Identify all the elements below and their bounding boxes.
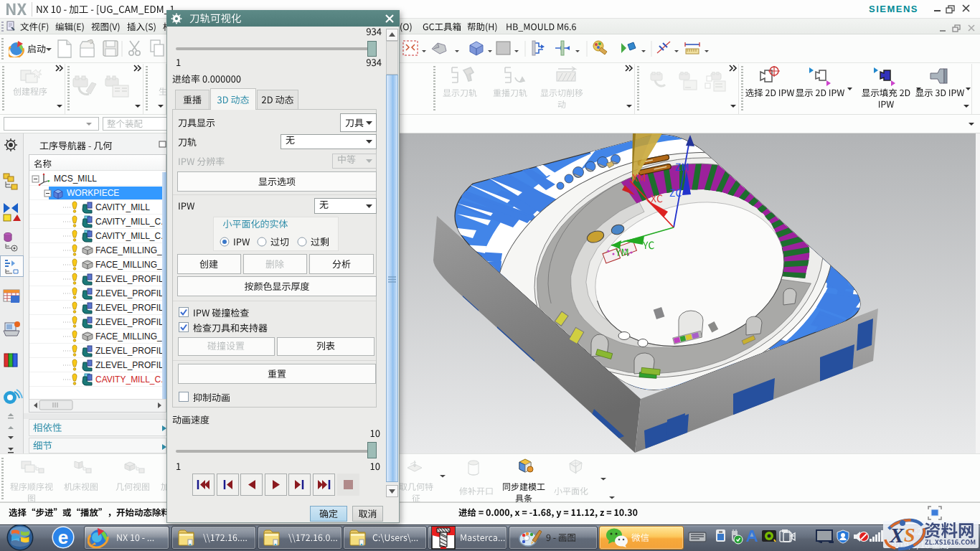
svg-text:X: X bbox=[889, 523, 905, 547]
svg-text:S: S bbox=[904, 524, 915, 546]
